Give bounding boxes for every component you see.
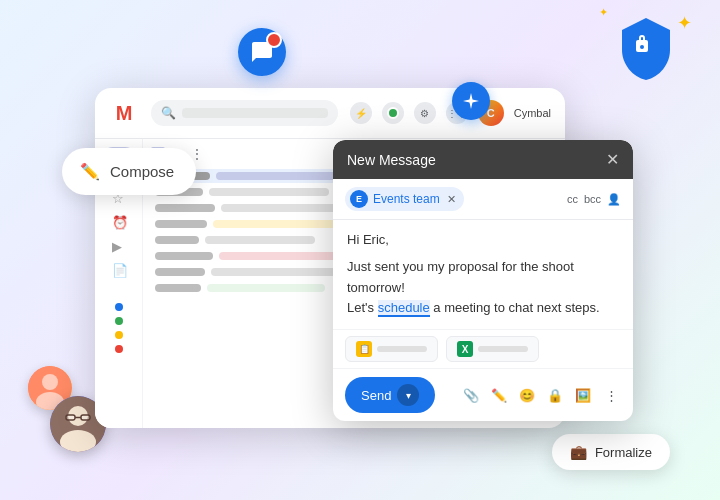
svg-rect-9 (66, 415, 75, 420)
cymbal-label: Cymbal (514, 107, 551, 119)
topbar-icons: ⚡ ⚙ ⋮⋮ C Cymbal (350, 100, 551, 126)
attachment-bar-1 (377, 346, 427, 352)
email-greeting: Hi Eric, (347, 230, 619, 251)
emoji-icon[interactable]: 😊 (517, 385, 537, 405)
gmail-search-bar[interactable]: 🔍 (151, 100, 338, 126)
attachment-sheet-icon: X (457, 341, 473, 357)
attach-file-icon[interactable]: 📎 (461, 385, 481, 405)
sparkle-icon-1: ✦ (677, 12, 692, 34)
message-line2-prefix: Let's (347, 300, 374, 315)
compose-to-row: E Events team ✕ cc bcc 👤 (333, 179, 633, 220)
send-button[interactable]: Send ▾ (345, 377, 435, 413)
filter-icon[interactable]: ⚡ (350, 102, 372, 124)
formalize-icon: 💼 (570, 444, 587, 460)
gmail-topbar: M 🔍 ⚡ ⚙ ⋮⋮ C Cymbal (95, 88, 565, 139)
compose-window-title: New Message (347, 152, 436, 168)
gemini-icon (461, 91, 481, 111)
recipient-name: Events team (373, 192, 440, 206)
gemini-star-button[interactable] (452, 82, 490, 120)
compose-window-header: New Message ✕ (333, 140, 633, 179)
svg-point-2 (640, 45, 644, 49)
svg-rect-10 (81, 415, 90, 420)
sidebar-clock-icon[interactable]: ⏰ (112, 215, 126, 229)
label-green (115, 317, 123, 325)
attachment-doc-icon: 📋 (356, 341, 372, 357)
gmail-logo: M (109, 98, 139, 128)
compose-button[interactable]: ✏️ Compose (62, 148, 196, 195)
message-line1: Just sent you my proposal for the shoot … (347, 259, 574, 295)
search-icon: 🔍 (161, 106, 176, 120)
schedule-highlighted-word: schedule (378, 300, 430, 317)
message-line2-suffix: a meeting to chat next steps. (433, 300, 599, 315)
send-label: Send (361, 388, 391, 403)
attachment-chip-2[interactable]: X (446, 336, 539, 362)
sparkle-icon-2: ✦ (599, 6, 608, 19)
message-icon (250, 40, 274, 64)
search-fill (182, 108, 328, 118)
label-yellow (115, 331, 123, 339)
cc-bcc-area: cc bcc 👤 (567, 193, 621, 206)
image-icon[interactable]: 🖼️ (573, 385, 593, 405)
compose-body[interactable]: Hi Eric, Just sent you my proposal for t… (333, 220, 633, 329)
formalize-button[interactable]: 💼 Formalize (552, 434, 670, 470)
attachment-bar-2 (478, 346, 528, 352)
attachment-row: 📋 X (333, 329, 633, 368)
compose-label: Compose (110, 163, 174, 180)
sidebar-draft-icon[interactable]: 📄 (112, 263, 126, 277)
formalize-label: Formalize (595, 445, 652, 460)
status-dot (382, 102, 404, 124)
recipient-chip[interactable]: E Events team ✕ (345, 187, 464, 211)
sidebar-send-icon[interactable]: ▶ (112, 239, 126, 253)
security-shield (614, 14, 678, 86)
lock-icon[interactable]: 🔒 (545, 385, 565, 405)
compose-window: New Message ✕ E Events team ✕ cc bcc 👤 H… (333, 140, 633, 421)
bcc-button[interactable]: bcc (584, 193, 601, 206)
formatting-icon[interactable]: ✏️ (489, 385, 509, 405)
more-footer-icon[interactable]: ⋮ (601, 385, 621, 405)
pencil-icon: ✏️ (80, 162, 100, 181)
email-body[interactable]: Just sent you my proposal for the shoot … (347, 257, 619, 319)
svg-point-4 (42, 374, 58, 390)
chat-bubble-icon[interactable] (238, 28, 286, 76)
compose-footer-icons: 📎 ✏️ 😊 🔒 🖼️ ⋮ (461, 385, 621, 405)
recipient-avatar: E (350, 190, 368, 208)
compose-close-button[interactable]: ✕ (606, 150, 619, 169)
settings-icon[interactable]: ⚙ (414, 102, 436, 124)
cc-button[interactable]: cc (567, 193, 578, 206)
send-dropdown-arrow[interactable]: ▾ (397, 384, 419, 406)
add-recipient-icon[interactable]: 👤 (607, 193, 621, 206)
recipient-remove-button[interactable]: ✕ (447, 193, 456, 206)
sidebar-nav-icons: ☆ ⏰ ▶ 📄 (112, 185, 126, 283)
label-blue (115, 303, 123, 311)
compose-footer: Send ▾ 📎 ✏️ 😊 🔒 🖼️ ⋮ (333, 368, 633, 421)
attachment-chip-1[interactable]: 📋 (345, 336, 438, 362)
label-red (115, 345, 123, 353)
